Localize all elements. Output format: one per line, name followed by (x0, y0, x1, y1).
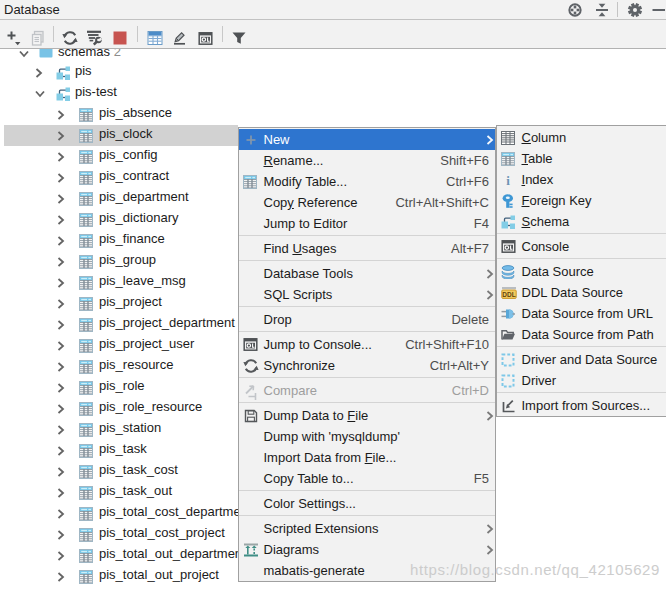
svg-text:i: i (506, 173, 510, 187)
svg-text:DDL: DDL (502, 291, 515, 298)
